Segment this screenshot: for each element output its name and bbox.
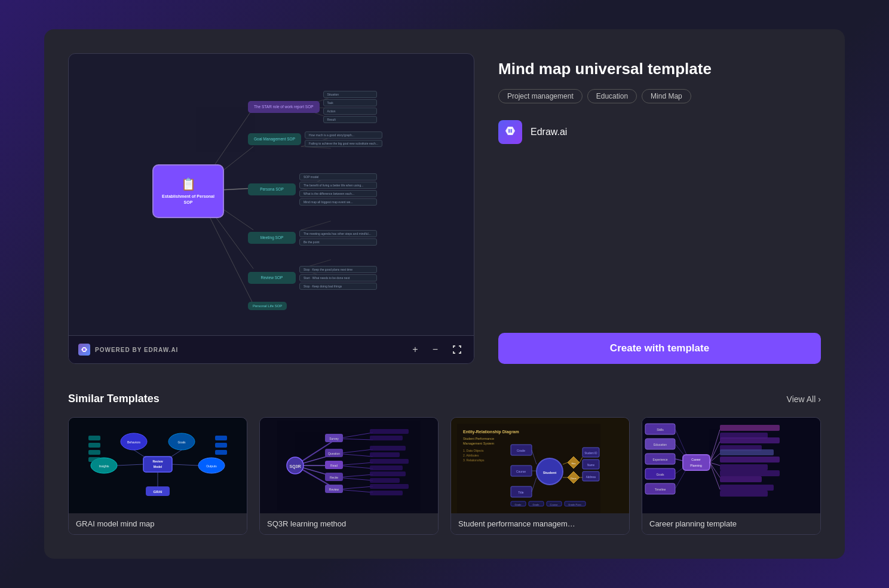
svg-rect-29: [143, 457, 172, 472]
tag-education[interactable]: Education: [587, 89, 637, 103]
svg-text:Grade: Grade: [517, 449, 525, 452]
svg-rect-81: [370, 491, 403, 495]
svg-text:2. Attributes: 2. Attributes: [463, 454, 479, 457]
svg-text:Student: Student: [543, 471, 556, 474]
similar-templates-title: Similar Templates: [68, 393, 160, 405]
svg-text:Education: Education: [654, 443, 667, 446]
svg-rect-74: [370, 446, 406, 451]
svg-text:Review: Review: [329, 488, 339, 491]
svg-rect-76: [370, 459, 409, 464]
svg-rect-34: [88, 436, 100, 440]
svg-text:Read: Read: [330, 464, 338, 467]
svg-text:Planning: Planning: [690, 464, 702, 467]
svg-rect-157: [720, 476, 762, 482]
branch-label-3: Persona SOP: [248, 183, 296, 195]
svg-rect-80: [370, 484, 409, 489]
similar-templates-section: Similar Templates View All › Insights: [68, 393, 821, 535]
svg-text:Recite: Recite: [330, 476, 338, 479]
preview-footer: POWERED BY EDRAW.AI + −: [69, 335, 474, 363]
template-card-name-grai: GRAI model mind map: [69, 513, 247, 534]
template-title: Mind map universal template: [498, 59, 821, 79]
branch-subs-4: The meeting agenda has other steps and m…: [299, 230, 377, 246]
svg-rect-36: [88, 450, 100, 455]
svg-rect-159: [720, 491, 768, 497]
preview-controls[interactable]: + −: [410, 342, 464, 357]
svg-rect-38: [215, 436, 227, 440]
svg-rect-158: [720, 485, 774, 491]
svg-text:Goals: Goals: [177, 440, 186, 444]
svg-text:Course: Course: [516, 470, 526, 473]
svg-text:Entity-Relationship Diagram: Entity-Relationship Diagram: [463, 430, 519, 434]
branch-subs-1: Situation Task Action Result: [323, 91, 377, 123]
svg-text:Experience: Experience: [652, 458, 667, 461]
tags-row: Project management Education Mind Map: [498, 89, 821, 103]
template-thumb-er: Entity-Relationship Diagram Student Perf…: [451, 418, 629, 513]
branch-label-5: Review SOP: [248, 272, 296, 283]
svg-rect-79: [370, 478, 400, 483]
svg-text:Model: Model: [154, 465, 163, 468]
svg-text:Student Performance: Student Performance: [463, 437, 494, 440]
template-card-sq3r[interactable]: Survey Question Read Recite Review: [259, 417, 439, 535]
tag-project-management[interactable]: Project management: [498, 89, 583, 103]
svg-rect-75: [370, 452, 400, 457]
tag-mind-map[interactable]: Mind Map: [642, 89, 691, 103]
svg-rect-72: [370, 429, 409, 434]
app-container: 📋 Establishment of Personal SOP The STAR…: [0, 0, 889, 588]
branch-5: Review SOP Stop · Keep the good plans ne…: [248, 266, 377, 290]
branch-6: Personal Life SOP: [248, 302, 287, 310]
powered-by: POWERED BY EDRAW.AI: [78, 344, 178, 356]
template-thumb-career: Skills Education Experience Goals Timeli…: [642, 418, 820, 513]
templates-grid: Insights Outputs Behaviors Goals Review: [68, 417, 821, 535]
svg-text:Question: Question: [328, 452, 340, 455]
branch-label-4: Meeting SOP: [248, 232, 296, 243]
view-all-link[interactable]: View All ›: [787, 394, 821, 404]
svg-text:Survey: Survey: [329, 437, 339, 440]
svg-rect-37: [88, 457, 100, 462]
branch-subs-5: Stop · Keep the good plans next time Sta…: [299, 266, 377, 290]
svg-text:Student ID: Student ID: [584, 452, 597, 455]
svg-text:Course: Course: [550, 503, 559, 506]
template-card-grai[interactable]: Insights Outputs Behaviors Goals Review: [68, 417, 247, 535]
branch-label-1: The STAR role of work report SOP: [248, 101, 320, 112]
zoom-in-button[interactable]: +: [410, 342, 420, 357]
branch-label-6: Personal Life SOP: [248, 302, 287, 310]
svg-rect-73: [370, 436, 403, 440]
branch-subs-2: How much is a good story/graph... Failin…: [305, 131, 382, 147]
fullscreen-button[interactable]: [450, 342, 464, 357]
branch-4: Meeting SOP The meeting agenda has other…: [248, 230, 377, 246]
template-card-name-career: Career planning template: [642, 513, 820, 534]
svg-rect-151: [720, 437, 780, 443]
template-card-name-sq3r: SQ3R learning method: [260, 513, 438, 534]
svg-text:Has: Has: [571, 462, 575, 465]
svg-text:Goals: Goals: [656, 473, 664, 476]
central-node-icon: 📋: [181, 177, 196, 191]
svg-text:Review: Review: [152, 460, 163, 463]
central-node-text: Establishment of Personal SOP: [160, 194, 217, 206]
chevron-right-icon: ›: [818, 394, 821, 404]
svg-rect-160: [720, 425, 780, 431]
author-logo-icon: [503, 124, 517, 140]
author-name: Edraw.ai: [531, 127, 567, 137]
template-card-career[interactable]: Skills Education Experience Goals Timeli…: [642, 417, 821, 535]
view-all-text: View All: [787, 394, 816, 404]
svg-rect-140: [683, 455, 710, 470]
svg-text:Title: Title: [518, 491, 523, 494]
branch-2: Goal Management SOP How much is a good s…: [248, 131, 382, 147]
main-content: 📋 Establishment of Personal SOP The STAR…: [68, 53, 821, 364]
svg-text:3. Relationships: 3. Relationships: [463, 458, 485, 462]
info-panel: Mind map universal template Project mana…: [498, 53, 821, 364]
svg-rect-35: [88, 443, 100, 448]
author-logo: [498, 120, 522, 144]
preview-area: 📋 Establishment of Personal SOP The STAR…: [68, 53, 474, 364]
template-card-er[interactable]: Entity-Relationship Diagram Student Perf…: [450, 417, 630, 535]
svg-rect-155: [720, 464, 768, 470]
svg-text:1. Data Objects: 1. Data Objects: [463, 449, 484, 452]
svg-text:Behaviors: Behaviors: [127, 440, 141, 444]
similar-header: Similar Templates View All ›: [68, 393, 821, 405]
template-thumb-sq3r: Survey Question Read Recite Review: [260, 418, 438, 513]
author-row: Edraw.ai: [498, 120, 821, 144]
create-with-template-button[interactable]: Create with template: [498, 333, 821, 364]
zoom-out-button[interactable]: −: [430, 342, 440, 357]
svg-text:Grade: Grade: [514, 503, 522, 506]
central-node: 📋 Establishment of Personal SOP: [152, 164, 224, 218]
